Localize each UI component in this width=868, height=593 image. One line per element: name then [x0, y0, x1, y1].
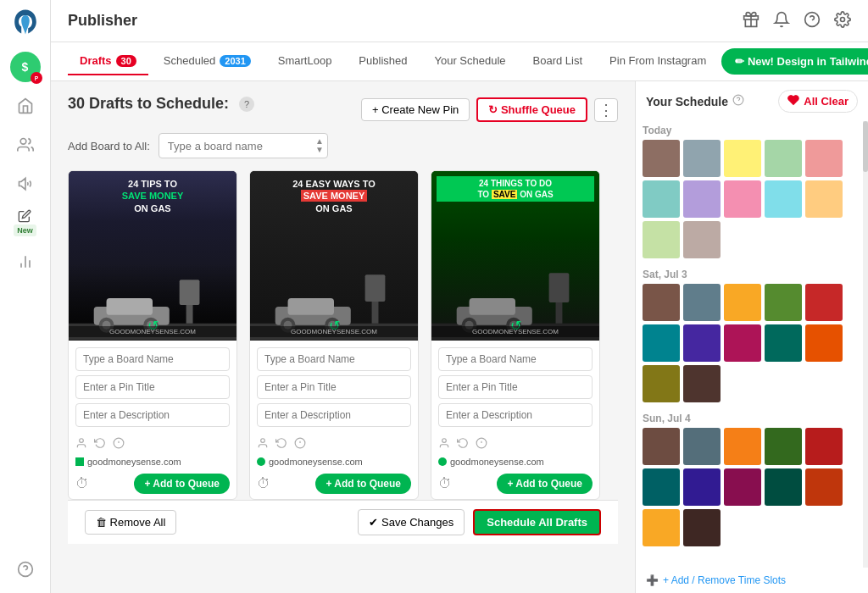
board-input-down[interactable]: ▼ — [313, 146, 326, 154]
remove-all-btn[interactable]: 🗑 Remove All — [85, 510, 176, 535]
save-changes-btn[interactable]: ✔ Save Changes — [358, 509, 465, 535]
sidebar-item-users[interactable] — [10, 130, 41, 160]
bell-icon[interactable] — [773, 11, 790, 30]
pin-title-input-1[interactable] — [75, 375, 230, 399]
schedule-thumb-2-10[interactable] — [643, 509, 680, 546]
pin-refresh-icon-2[interactable] — [275, 437, 287, 452]
schedule-thumb-2-9[interactable] — [805, 468, 843, 506]
pin-fields-2 — [250, 341, 418, 434]
schedule-thumb-0-4[interactable] — [805, 140, 843, 177]
sidebar-item-megaphone[interactable] — [10, 169, 41, 199]
pin-clock-icon-2[interactable]: ⏱ — [257, 476, 270, 491]
schedule-thumb-0-1[interactable] — [683, 140, 721, 177]
schedule-thumb-2-11[interactable] — [683, 509, 721, 546]
schedule-thumb-2-7[interactable] — [724, 468, 761, 506]
pin-description-input-2[interactable] — [257, 403, 411, 427]
settings-icon[interactable] — [834, 11, 851, 30]
tab-board-list[interactable]: Board List — [521, 47, 595, 75]
pin-board-input-3[interactable] — [438, 347, 593, 371]
sidebar-item-home[interactable] — [10, 91, 41, 121]
schedule-thumb-1-7[interactable] — [724, 324, 761, 362]
schedule-thumb-0-7[interactable] — [724, 180, 761, 218]
schedule-thumb-2-3[interactable] — [765, 428, 802, 465]
schedule-thumb-1-9[interactable] — [805, 324, 843, 362]
gift-icon[interactable] — [743, 11, 760, 30]
schedule-day-label-0: Today — [643, 121, 861, 140]
all-clear-btn[interactable]: All Clear — [778, 90, 858, 113]
pin-info-icon-1[interactable] — [113, 437, 125, 452]
tabs-bar: Drafts 30 Scheduled 2031 SmartLoop Publi… — [51, 42, 868, 81]
schedule-all-drafts-btn[interactable]: Schedule All Drafts — [473, 509, 601, 535]
tab-smartloop[interactable]: SmartLoop — [266, 47, 344, 75]
sidebar-item-chart[interactable] — [10, 247, 41, 277]
schedule-help-icon[interactable] — [732, 94, 744, 108]
add-board-input[interactable] — [159, 133, 328, 158]
tab-your-schedule[interactable]: Your Schedule — [422, 47, 517, 75]
pin-clock-icon-3[interactable]: ⏱ — [438, 476, 452, 491]
schedule-thumb-0-0[interactable] — [643, 140, 680, 177]
add-slots-btn[interactable]: ➕ + Add / Remove Time Slots — [636, 568, 868, 593]
avatar[interactable]: $ P — [10, 52, 41, 82]
pin-clock-icon-1[interactable]: ⏱ — [75, 476, 89, 491]
schedule-thumb-0-8[interactable] — [765, 180, 802, 218]
pin-title-input-2[interactable] — [257, 375, 411, 399]
drafts-help-icon[interactable]: ? — [239, 97, 254, 112]
schedule-thumb-0-3[interactable] — [765, 140, 802, 177]
footer-actions: 🗑 Remove All ✔ Save Changes Schedule All… — [68, 500, 618, 544]
sidebar-item-edit[interactable]: New — [10, 208, 40, 238]
pin-description-input-3[interactable] — [438, 403, 593, 427]
svg-rect-17 — [107, 298, 153, 315]
pin-domain-3: GOODMONEYSENSE.COM — [431, 326, 599, 337]
tab-scheduled[interactable]: Scheduled 2031 — [152, 47, 263, 75]
help-icon[interactable] — [10, 554, 41, 585]
pin-actions-1: ⏱ + Add to Queue — [69, 468, 236, 499]
tab-published[interactable]: Published — [347, 47, 419, 75]
pin-card-3: 24 THINGS TO DOTO SAVE ON GAS — [431, 170, 600, 500]
tab-pin-from-instagram[interactable]: Pin From Instagram — [598, 47, 718, 75]
schedule-thumb-0-11[interactable] — [683, 221, 721, 258]
add-queue-btn-2[interactable]: + Add to Queue — [315, 474, 411, 494]
schedule-thumb-1-3[interactable] — [765, 284, 802, 321]
pin-refresh-icon-3[interactable] — [457, 437, 469, 452]
pin-title-input-3[interactable] — [438, 375, 593, 399]
schedule-thumb-0-10[interactable] — [643, 221, 680, 258]
app-logo[interactable] — [12, 8, 39, 38]
pin-source-3: goodmoneysense.com — [431, 455, 599, 468]
new-design-btn[interactable]: ✏ New! Design in Tailwind Create — [721, 48, 868, 75]
add-queue-btn-1[interactable]: + Add to Queue — [134, 474, 230, 494]
pin-info-icon-2[interactable] — [294, 437, 306, 452]
schedule-thumb-0-2[interactable] — [724, 140, 761, 177]
schedule-thumb-2-1[interactable] — [683, 428, 721, 465]
pin-info-icon-3[interactable] — [476, 437, 487, 452]
pin-description-input-1[interactable] — [75, 403, 230, 427]
schedule-thumb-2-2[interactable] — [724, 428, 761, 465]
schedule-thumb-2-4[interactable] — [805, 428, 843, 465]
pin-board-input-1[interactable] — [75, 347, 230, 371]
schedule-thumb-1-10[interactable] — [643, 365, 680, 402]
shuffle-queue-btn[interactable]: ↻ Shuffle Queue — [476, 97, 587, 122]
schedule-thumb-0-6[interactable] — [683, 180, 721, 218]
pin-board-input-2[interactable] — [257, 347, 411, 371]
schedule-thumb-1-6[interactable] — [683, 324, 721, 362]
schedule-thumb-1-8[interactable] — [765, 324, 802, 362]
schedule-thumb-1-4[interactable] — [805, 284, 843, 321]
schedule-thumb-1-1[interactable] — [683, 284, 721, 321]
schedule-thumb-2-6[interactable] — [683, 468, 721, 506]
more-options-btn[interactable]: ⋮ — [594, 98, 618, 122]
tab-drafts[interactable]: Drafts 30 — [68, 47, 148, 75]
help-circle-icon[interactable] — [804, 11, 821, 30]
schedule-thumb-1-5[interactable] — [643, 324, 680, 362]
schedule-thumb-0-5[interactable] — [643, 180, 680, 218]
pin-card-1: 24 TIPS TO SAVE MONEY ON GAS — [68, 170, 237, 500]
add-queue-btn-3[interactable]: + Add to Queue — [497, 474, 593, 494]
schedule-thumb-0-9[interactable] — [805, 180, 843, 218]
schedule-thumb-2-8[interactable] — [765, 468, 802, 506]
schedule-thumb-1-11[interactable] — [683, 365, 721, 402]
create-pin-btn[interactable]: + Create New Pin — [361, 98, 470, 121]
pin-refresh-icon-1[interactable] — [94, 437, 106, 452]
schedule-thumb-2-0[interactable] — [643, 428, 680, 465]
schedule-thumb-1-0[interactable] — [643, 284, 680, 321]
schedule-thumb-1-2[interactable] — [724, 284, 761, 321]
svg-point-35 — [261, 439, 265, 443]
schedule-thumb-2-5[interactable] — [643, 468, 680, 506]
